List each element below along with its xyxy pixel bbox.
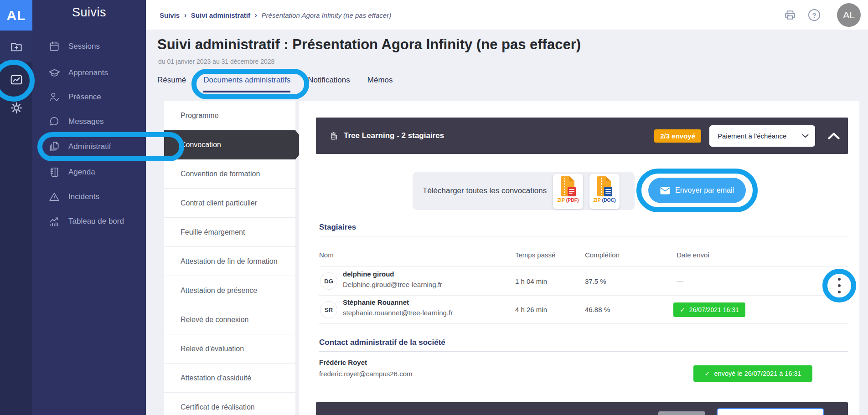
sidebar: Suivis Sessions Apprenants Présence Mess… (32, 0, 146, 415)
doc-item-certificat-realisation[interactable]: Certificat de réalisation (164, 393, 295, 415)
company-name-label: Tree Learning - 2 stagiaires (344, 131, 444, 140)
doc-item-attestation-presence[interactable]: Attestation de présence (164, 276, 295, 305)
company-bar: Tree Learning - 2 stagiaires 2/3 envoyé … (316, 118, 848, 154)
doc-item-contrat-client-particulier[interactable]: Contrat client particulier (164, 189, 295, 218)
divider (319, 351, 848, 352)
graduation-cap-icon (48, 67, 61, 79)
stagiaires-section-title: Stagiaires (319, 223, 356, 232)
contact-section-title: Contact administratif de la société (319, 338, 445, 347)
sidebar-item-presence[interactable]: Présence (48, 89, 101, 105)
tab-notifications[interactable]: Notifications (308, 76, 350, 92)
completion-cell: 37.5 % (585, 277, 606, 285)
next-company-bar (316, 402, 848, 415)
contact-name: Frédéric Royet (319, 359, 367, 366)
chat-bubble-icon (48, 115, 61, 128)
app-logo[interactable]: AL (0, 0, 32, 31)
divider (319, 323, 848, 324)
check-icon: ✓ (680, 306, 685, 313)
tab-documents-administratifs[interactable]: Documents administratifs (203, 76, 290, 92)
folder-plus-icon[interactable] (0, 38, 32, 55)
calendar-icon (48, 40, 61, 53)
column-header-temps-passe: Temps passé (515, 251, 555, 259)
chevron-up-icon (828, 133, 840, 139)
avatar: SR (320, 301, 337, 318)
next-company-dropdown[interactable] (717, 408, 824, 415)
doc-item-label: Convention de formation (181, 170, 260, 178)
doc-item-label: Feuille émargement (181, 228, 245, 236)
doc-label: (DOC) (602, 197, 616, 203)
page-date-range: du 01 janvier 2023 au 31 décembre 2028 (158, 58, 274, 65)
download-zip-pdf-button[interactable]: ZIP (PDF) (553, 174, 583, 209)
sidebar-item-label: Apprenants (68, 68, 108, 77)
check-icon: ✓ (704, 370, 710, 377)
contact-sent-badge: ✓ envoyé le 26/07/2021 à 16:31 (693, 365, 812, 382)
sidebar-item-messages[interactable]: Messages (48, 114, 103, 129)
download-zip-doc-button[interactable]: ZIP (DOC) (589, 174, 620, 209)
breadcrumb-link-suivis[interactable]: Suivis (160, 11, 180, 19)
doc-item-label: Programme (181, 112, 219, 120)
sent-date-label: 26/07/2021 16:31 (689, 306, 739, 313)
doc-item-releve-evaluation[interactable]: Relevé d'évaluation (164, 334, 295, 364)
gear-icon[interactable] (0, 100, 32, 116)
next-company-badge (658, 411, 705, 415)
sidebar-item-label: Incidents (68, 192, 99, 201)
contact-email: frederic.royet@campus26.com (319, 370, 412, 378)
doc-item-convention-de-formation[interactable]: Convention de formation (164, 159, 295, 189)
sidebar-title: Suivis (32, 5, 146, 20)
breadcrumb-link-suivi-administratif[interactable]: Suivi administratif (191, 11, 250, 19)
tab-bar: Résumé Documents administratifs Notifica… (157, 76, 393, 92)
sidebar-item-agenda[interactable]: Agenda (48, 164, 95, 180)
doc-item-label: Convocation (181, 141, 221, 149)
doc-item-programme[interactable]: Programme (164, 101, 295, 130)
sent-date-cell: --- (677, 277, 683, 285)
chevron-right-icon: › (184, 11, 186, 19)
page-title: Suivi administratif : Présentation Agora… (157, 36, 581, 53)
send-email-button[interactable]: Envoyer par email (648, 178, 746, 203)
stagiaire-email: stephanie.rouannet@tree-learning.fr (343, 309, 453, 317)
user-avatar[interactable]: AL (837, 3, 861, 27)
company-name: Tree Learning - 2 stagiaires (330, 131, 444, 140)
help-button[interactable]: ? (805, 6, 823, 24)
payment-dropdown[interactable]: Paiement à l'échéance (709, 125, 815, 147)
chevron-right-icon: › (255, 11, 257, 19)
sidebar-item-label: Agenda (68, 168, 95, 177)
column-header-completion: Complétion (585, 251, 620, 259)
column-header-nom: Nom (319, 251, 334, 259)
sidebar-item-label: Tableau de bord (68, 217, 124, 226)
sidebar-item-administratif[interactable]: Administratif (48, 139, 111, 154)
stagiaire-name: Stéphanie Rouannet (343, 298, 409, 306)
sidebar-item-incidents[interactable]: Incidents (48, 189, 99, 205)
chevron-down-icon (802, 134, 809, 138)
sidebar-item-label: Messages (68, 117, 103, 126)
doc-item-releve-connexion[interactable]: Relevé de connexion (164, 305, 295, 334)
breadcrumb: Suivis › Suivi administratif › Présentat… (160, 0, 391, 30)
tab-memos[interactable]: Mémos (367, 76, 393, 92)
doc-item-label: Attestation de fin de formation (181, 257, 278, 266)
doc-item-convocation[interactable]: Convocation (164, 130, 295, 159)
envelope-icon (660, 187, 670, 195)
print-button[interactable] (781, 6, 799, 24)
sidebar-item-sessions[interactable]: Sessions (48, 39, 100, 54)
help-icon: ? (808, 9, 820, 21)
divider (319, 236, 848, 236)
kebab-menu-button[interactable] (822, 269, 856, 302)
payment-dropdown-value: Paiement à l'échéance (718, 132, 786, 140)
tab-resume[interactable]: Résumé (157, 76, 186, 92)
time-spent-cell: 1 h 04 min (515, 277, 547, 285)
chart-bars-icon (48, 215, 61, 228)
tracking-chart-icon[interactable] (0, 72, 32, 88)
sidebar-item-apprenants[interactable]: Apprenants (48, 65, 108, 81)
doc-item-attestation-assiduite[interactable]: Attestation d'assiduité (164, 364, 295, 393)
stagiaire-email: Delphine.giroud@tree-learning.fr (343, 281, 442, 288)
sidebar-item-tableau-de-bord[interactable]: Tableau de bord (48, 214, 124, 229)
doc-item-label: Attestation d'assiduité (181, 374, 251, 382)
documents-menu: Programme Convocation Convention de form… (164, 101, 295, 415)
column-header-date-envoi: Date envoi (677, 251, 709, 259)
sidebar-item-label: Administratif (68, 142, 111, 151)
doc-item-attestation-fin-formation[interactable]: Attestation de fin de formation (164, 247, 295, 276)
doc-item-label: Attestation de présence (181, 287, 257, 295)
time-spent-cell: 4 h 26 min (515, 306, 547, 313)
collapse-section-button[interactable] (826, 133, 842, 139)
doc-item-feuille-emargement[interactable]: Feuille émargement (164, 218, 295, 247)
sidebar-item-label: Présence (68, 92, 101, 102)
